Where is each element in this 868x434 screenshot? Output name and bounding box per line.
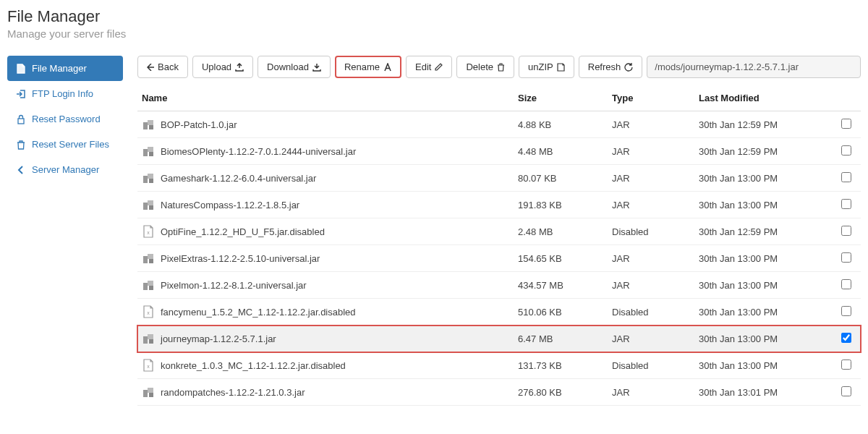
row-checkbox[interactable] xyxy=(841,252,851,263)
file-name-text: PixelExtras-1.12.2-2.5.10-universal.jar xyxy=(161,253,320,264)
download-button[interactable]: Download xyxy=(258,56,331,78)
download-label: Download xyxy=(267,61,309,72)
disabled-file-icon: x xyxy=(142,225,155,238)
lock-icon xyxy=(16,114,26,124)
row-checkbox[interactable] xyxy=(841,333,851,343)
table-row[interactable]: NaturesCompass-1.12.2-1.8.5.jar191.83 KB… xyxy=(137,192,861,218)
file-size: 131.73 KB xyxy=(514,352,608,379)
page-title: File Manager xyxy=(7,7,861,26)
file-name-text: Pixelmon-1.12.2-8.1.2-universal.jar xyxy=(161,280,307,291)
sidebar-item-ftp-login-info[interactable]: FTP Login Info xyxy=(7,81,123,106)
file-size: 4.88 KB xyxy=(514,111,608,138)
row-checkbox[interactable] xyxy=(841,172,851,182)
svg-rect-6 xyxy=(149,152,153,156)
edit-label: Edit xyxy=(415,61,431,72)
delete-button[interactable]: Delete xyxy=(456,56,514,78)
trash-icon xyxy=(16,140,26,150)
upload-button[interactable]: Upload xyxy=(192,56,253,78)
table-row[interactable]: journeymap-1.12.2-5.7.1.jar6.47 MBJAR30t… xyxy=(137,326,861,352)
toolbar: Back Upload Download Rename Edit xyxy=(137,56,861,78)
disabled-file-icon: x xyxy=(142,305,155,318)
file-modified: 30th Jan 13:00 PM xyxy=(694,245,832,272)
jar-file-icon xyxy=(142,145,155,158)
col-header-checkbox xyxy=(832,87,861,111)
svg-rect-19 xyxy=(149,286,153,290)
file-modified: 30th Jan 13:00 PM xyxy=(694,192,832,218)
file-type: Disabled xyxy=(608,352,694,379)
sidebar-item-reset-password[interactable]: Reset Password xyxy=(7,106,123,132)
col-header-size[interactable]: Size xyxy=(514,87,608,111)
col-header-name[interactable]: Name xyxy=(137,87,514,111)
file-modified: 30th Jan 12:59 PM xyxy=(694,138,832,165)
refresh-icon xyxy=(624,63,633,72)
table-row[interactable]: xkonkrete_1.0.3_MC_1.12-1.12.2.jar.disab… xyxy=(137,352,861,379)
table-row[interactable]: PixelExtras-1.12.2-2.5.10-universal.jar1… xyxy=(137,245,861,272)
table-row[interactable]: xfancymenu_1.5.2_MC_1.12-1.12.2.jar.disa… xyxy=(137,299,861,326)
sidebar-item-server-manager[interactable]: Server Manager xyxy=(7,157,123,182)
jar-file-icon xyxy=(142,278,155,292)
svg-rect-14 xyxy=(143,256,148,263)
file-size: 80.07 KB xyxy=(514,165,608,192)
row-checkbox[interactable] xyxy=(841,386,851,396)
svg-rect-17 xyxy=(143,283,148,290)
file-modified: 30th Jan 13:01 PM xyxy=(694,379,832,406)
file-modified: 30th Jan 13:00 PM xyxy=(694,352,832,379)
edit-button[interactable]: Edit xyxy=(406,56,452,78)
col-header-type[interactable]: Type xyxy=(608,87,694,111)
file-type: Disabled xyxy=(608,299,694,326)
file-size: 276.80 KB xyxy=(514,379,608,406)
back-label: Back xyxy=(158,61,179,72)
file-type: JAR xyxy=(608,326,694,352)
svg-rect-25 xyxy=(143,390,148,397)
file-modified: 30th Jan 13:00 PM xyxy=(694,272,832,299)
sidebar: File ManagerFTP Login InfoReset Password… xyxy=(7,56,123,406)
unzip-button[interactable]: unZIP xyxy=(519,56,574,78)
refresh-button[interactable]: Refresh xyxy=(579,56,643,78)
table-row[interactable]: Gameshark-1.12.2-6.0.4-universal.jar80.0… xyxy=(137,165,861,192)
file-name-text: OptiFine_1.12.2_HD_U_F5.jar.disabled xyxy=(161,226,325,237)
path-input[interactable] xyxy=(647,56,861,78)
table-row[interactable]: xOptiFine_1.12.2_HD_U_F5.jar.disabled2.4… xyxy=(137,218,861,245)
font-icon xyxy=(383,63,392,72)
chevron-left-icon xyxy=(16,165,26,175)
file-type: JAR xyxy=(608,379,694,406)
file-modified: 30th Jan 12:59 PM xyxy=(694,218,832,245)
table-row[interactable]: randompatches-1.12.2-1.21.0.3.jar276.80 … xyxy=(137,379,861,406)
sidebar-item-file-manager[interactable]: File Manager xyxy=(7,56,123,81)
login-icon xyxy=(16,89,26,99)
file-type: JAR xyxy=(608,138,694,165)
disabled-file-icon: x xyxy=(142,359,155,372)
file-table: Name Size Type Last Modified BOP-Patch-1… xyxy=(137,87,861,406)
jar-file-icon xyxy=(142,332,155,345)
table-row[interactable]: Pixelmon-1.12.2-8.1.2-universal.jar434.5… xyxy=(137,272,861,299)
row-checkbox[interactable] xyxy=(841,279,851,289)
svg-rect-22 xyxy=(148,334,153,339)
upload-label: Upload xyxy=(202,61,231,72)
sidebar-item-reset-server-files[interactable]: Reset Server Files xyxy=(7,132,123,157)
col-header-modified[interactable]: Last Modified xyxy=(694,87,832,111)
file-modified: 30th Jan 12:59 PM xyxy=(694,111,832,138)
back-button[interactable]: Back xyxy=(137,56,188,78)
svg-rect-11 xyxy=(148,200,153,205)
rename-button[interactable]: Rename xyxy=(335,56,401,78)
row-checkbox[interactable] xyxy=(841,306,851,316)
file-type: JAR xyxy=(608,245,694,272)
row-checkbox[interactable] xyxy=(841,359,851,370)
file-modified: 30th Jan 13:00 PM xyxy=(694,326,832,352)
row-checkbox[interactable] xyxy=(841,199,851,209)
row-checkbox[interactable] xyxy=(841,226,851,236)
row-checkbox[interactable] xyxy=(841,119,851,129)
svg-rect-26 xyxy=(148,388,153,393)
svg-rect-1 xyxy=(143,122,148,129)
file-size: 4.48 MB xyxy=(514,138,608,165)
svg-rect-27 xyxy=(149,393,153,397)
table-row[interactable]: BiomesOPlenty-1.12.2-7.0.1.2444-universa… xyxy=(137,138,861,165)
svg-rect-9 xyxy=(149,179,153,183)
svg-text:x: x xyxy=(147,364,150,369)
jar-file-icon xyxy=(142,386,155,399)
table-row[interactable]: BOP-Patch-1.0.jar4.88 KBJAR30th Jan 12:5… xyxy=(137,111,861,138)
archive-icon xyxy=(557,63,565,72)
unzip-label: unZIP xyxy=(528,61,553,72)
file-name-text: Gameshark-1.12.2-6.0.4-universal.jar xyxy=(161,173,316,184)
row-checkbox[interactable] xyxy=(841,145,851,156)
